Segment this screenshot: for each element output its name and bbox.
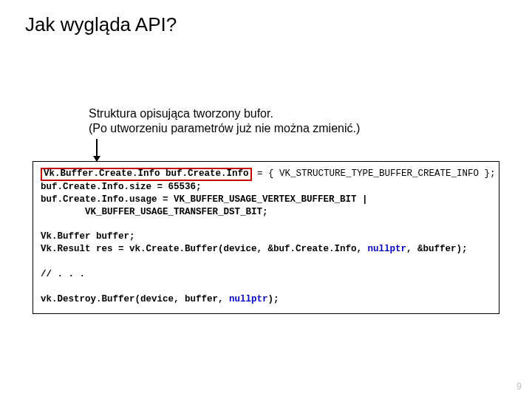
- annotation-line-2: (Po utworzeniu parametrów już nie można …: [89, 121, 360, 136]
- page-number: 9: [516, 381, 522, 392]
- code-highlight: Vk.Buffer.Create.Info buf.Create.Info: [41, 168, 252, 181]
- arrow-down-icon: [96, 139, 98, 161]
- code-line-11a: vk.Destroy.Buffer(device, buffer,: [41, 294, 229, 304]
- code-line-6: Vk.Buffer buffer;: [41, 231, 135, 242]
- code-line-11b: );: [268, 294, 279, 304]
- code-line-1-rest: = { VK_STRUCTURE_TYPE_BUFFER_CREATE_INFO…: [252, 168, 496, 179]
- slide-title: Jak wygląda API?: [25, 13, 177, 36]
- code-block: Vk.Buffer.Create.Info buf.Create.Info = …: [33, 161, 499, 314]
- slide: Jak wygląda API? Struktura opisująca two…: [0, 0, 532, 399]
- code-line-3: buf.Create.Info.usage = VK_BUFFER_USAGE_…: [41, 194, 368, 205]
- code-line-4: VK_BUFFER_USAGE_TRANSFER_DST_BIT;: [41, 207, 268, 217]
- code-nullptr-2: nullptr: [229, 294, 268, 304]
- annotation-line-1: Struktura opisująca tworzony bufor.: [89, 106, 360, 121]
- code-line-7a: Vk.Result res = vk.Create.Buffer(device,…: [41, 244, 368, 254]
- annotation-text: Struktura opisująca tworzony bufor. (Po …: [89, 106, 360, 136]
- code-line-2: buf.Create.Info.size = 65536;: [41, 182, 202, 192]
- code-line-9: // . . .: [41, 269, 85, 279]
- code-nullptr-1: nullptr: [368, 244, 407, 254]
- code-line-7b: , &buffer);: [406, 244, 468, 254]
